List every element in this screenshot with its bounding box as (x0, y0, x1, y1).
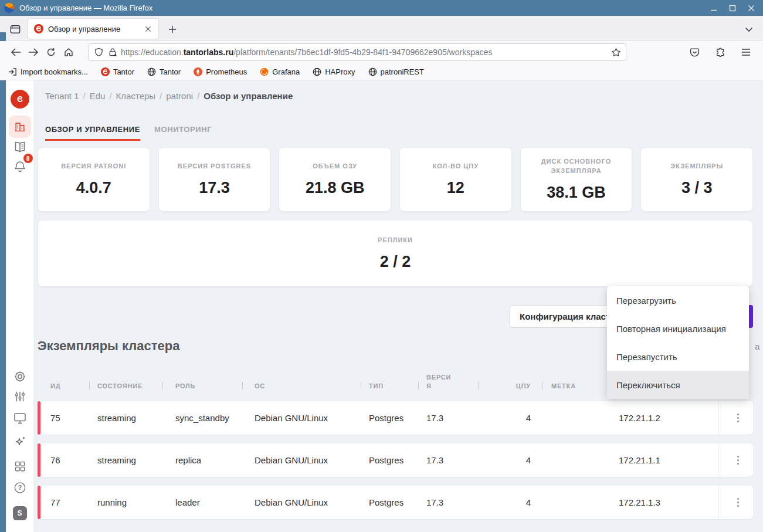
grid-icon (13, 460, 26, 473)
stat-card-cpu: КОЛ-ВО ЦПУ12 (399, 147, 512, 212)
list-tabs-chevron-icon[interactable] (741, 22, 757, 36)
globe-icon (313, 67, 321, 76)
gear-icon (13, 370, 27, 384)
sidebar-item-notifications[interactable]: 8 (11, 158, 29, 175)
bookmark-import[interactable]: Import bookmarks... (8, 67, 88, 76)
stat-card-patroni-version: ВЕРСИЯ PATRONI4.0.7 (38, 147, 150, 212)
table-row[interactable]: 75 streaming sync_standby Debian GNU/Lin… (38, 401, 753, 435)
sidebar-item-ai[interactable] (13, 435, 27, 449)
cluster-actions-menu: Перезагрузить Повторная инициализация Пе… (607, 286, 749, 399)
tab-monitoring[interactable]: МОНИТОРИНГ (154, 125, 212, 141)
help-icon: ? (13, 481, 26, 494)
monitor-icon (13, 412, 27, 425)
menu-item-switchover[interactable]: Переключиться (607, 371, 749, 399)
bookmark-grafana[interactable]: Grafana (260, 67, 300, 76)
sidebar-item-infrastructure[interactable] (9, 116, 31, 138)
menu-hamburger-icon[interactable] (737, 44, 755, 60)
bookmark-haproxy[interactable]: HAProxy (313, 67, 355, 76)
app-sidebar: 8 ? S (6, 80, 33, 532)
section-heading: Экземпляры кластера (38, 338, 179, 354)
bookmark-tantor-2[interactable]: Tantor (147, 67, 181, 76)
maximize-button[interactable] (728, 4, 737, 13)
breadcrumb-clusters[interactable]: Кластеры (116, 91, 156, 101)
stat-card-postgres-version: ВЕРСИЯ POSTGRES17.3 (158, 147, 271, 212)
book-icon (13, 141, 27, 154)
extensions-icon[interactable] (711, 44, 729, 60)
lock-icon[interactable] (108, 48, 117, 57)
bookmark-prometheus[interactable]: Prometheus (194, 67, 247, 76)
row-actions-kebab-icon[interactable] (731, 401, 744, 435)
globe-icon (147, 67, 156, 76)
user-avatar[interactable]: S (13, 506, 27, 520)
bookmark-patronirest[interactable]: patroniREST (368, 67, 424, 76)
breadcrumb-cluster[interactable]: patroni (166, 91, 193, 101)
home-icon[interactable] (60, 44, 77, 60)
stat-card-replicas: РЕПЛИКИ 2 / 2 (38, 220, 753, 287)
firefox-view-icon[interactable] (8, 22, 22, 36)
table-row[interactable]: 76 streaming replica Debian GNU/Linux Po… (38, 443, 753, 477)
menu-item-reinit[interactable]: Повторная инициализация (607, 314, 749, 343)
minimize-button[interactable] (709, 4, 718, 13)
table-row[interactable]: 77 running leader Debian GNU/Linux Postg… (38, 486, 753, 519)
bookmark-star-icon[interactable] (611, 48, 621, 57)
close-button[interactable] (747, 4, 756, 13)
stat-cards: ВЕРСИЯ PATRONI4.0.7 ВЕРСИЯ POSTGRES17.3 … (38, 147, 753, 212)
row-actions-kebab-icon[interactable] (731, 443, 744, 477)
page-tabs: ОБЗОР И УПРАВЛЕНИЕ МОНИТОРИНГ (45, 125, 212, 141)
sidebar-item-hosts[interactable] (13, 412, 27, 425)
new-tab-button[interactable] (165, 22, 180, 37)
url-text: https://education.tantorlabs.ru/platform… (121, 48, 611, 57)
window-titlebar: Обзор и управление — Mozilla Firefox (0, 0, 763, 16)
bookmarks-toolbar: Import bookmarks... Tantor Tantor Promet… (0, 63, 763, 80)
url-bar[interactable]: https://education.tantorlabs.ru/platform… (88, 43, 626, 61)
breadcrumb-workspace[interactable]: Edu (90, 91, 106, 101)
back-icon[interactable] (7, 44, 25, 60)
shield-icon[interactable] (94, 48, 103, 57)
tantor-icon (101, 67, 110, 76)
row-actions-kebab-icon[interactable] (731, 486, 744, 519)
clipped-text-fragment: а (755, 341, 759, 351)
tab-title: Обзор и управление (48, 25, 142, 33)
buildings-icon (13, 120, 26, 133)
sidebar-item-help[interactable]: ? (13, 481, 26, 494)
menu-item-restart[interactable]: Перезапустить (607, 343, 749, 371)
menu-item-reload[interactable]: Перезагрузить (607, 286, 749, 314)
tantor-app-logo[interactable] (11, 90, 29, 109)
sparkles-icon (13, 435, 27, 449)
svg-text:?: ? (18, 484, 21, 491)
sidebar-item-settings[interactable] (13, 370, 27, 384)
url-fade (574, 45, 609, 60)
grafana-icon (260, 67, 269, 76)
bookmark-tantor[interactable]: Tantor (101, 67, 134, 76)
window-frame-edge (0, 32, 6, 41)
pocket-icon[interactable] (686, 44, 703, 60)
window-title: Обзор и управление — Mozilla Firefox (19, 4, 152, 12)
tantor-favicon-icon (34, 24, 43, 33)
navigation-toolbar: https://education.tantorlabs.ru/platform… (0, 41, 763, 63)
sidebar-item-docs[interactable] (13, 141, 27, 154)
import-icon (8, 67, 17, 76)
sidebar-item-parameters[interactable] (13, 389, 26, 404)
forward-icon[interactable] (25, 44, 42, 60)
stat-card-disk: ДИСК ОСНОВНОГО ЭКЗЕМПЛЯРА38.1 GB (520, 147, 633, 212)
firefox-logo-icon (4, 3, 14, 13)
stat-card-instances: ЭКЗЕМПЛЯРЫ3 / 3 (640, 147, 753, 212)
breadcrumb: Tenant 1/ Edu/ Кластеры/ patroni/ Обзор … (45, 91, 293, 101)
browser-tab[interactable]: Обзор и управление (28, 19, 158, 39)
tab-overview[interactable]: ОБЗОР И УПРАВЛЕНИЕ (45, 125, 140, 141)
tab-close-icon[interactable] (142, 23, 154, 35)
globe-icon (368, 67, 377, 76)
breadcrumb-tenant[interactable]: Tenant 1 (45, 91, 79, 101)
breadcrumb-current: Обзор и управление (204, 91, 293, 101)
reload-icon[interactable] (42, 44, 60, 60)
prometheus-icon (194, 67, 202, 76)
sidebar-item-apps[interactable] (13, 460, 26, 473)
stat-card-ram: ОБЪЕМ ОЗУ21.8 GB (279, 147, 391, 212)
notifications-badge: 8 (23, 154, 33, 163)
sliders-icon (13, 389, 26, 404)
